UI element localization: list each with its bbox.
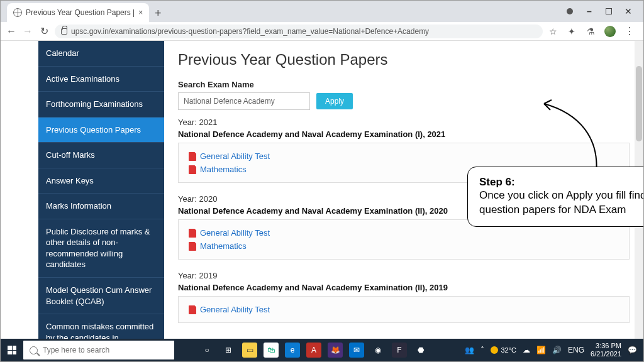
- sun-icon: [491, 346, 498, 354]
- people-icon[interactable]: 👥: [465, 346, 474, 354]
- wifi-icon[interactable]: 📶: [536, 346, 546, 354]
- language-indicator[interactable]: ENG: [568, 346, 584, 354]
- pdf-icon: [189, 305, 196, 314]
- callout-desc: Once you click on Apply you fill find al…: [479, 189, 643, 217]
- chrome-icon[interactable]: ◉: [370, 343, 386, 358]
- pdf-icon: [189, 242, 196, 251]
- result-block-2019: Year: 2019 National Defence Academy and …: [178, 271, 630, 323]
- sidebar-item-answer-keys[interactable]: Answer Keys: [38, 168, 164, 194]
- browser-tab[interactable]: Previous Year Question Papers | ×: [7, 3, 149, 22]
- tab-close-icon[interactable]: ×: [138, 8, 143, 17]
- address-bar: ← → upsc.gov.in/examinations/previous-qu…: [1, 22, 643, 41]
- firefox-icon[interactable]: 🦊: [328, 343, 343, 358]
- sidebar-item-public-disclosure[interactable]: Public Disclosure of marks & other detai…: [38, 219, 164, 278]
- lock-icon: [61, 28, 67, 35]
- onedrive-icon[interactable]: ☁: [523, 346, 530, 354]
- nav-forward-icon: →: [22, 26, 33, 37]
- pdf-icon: [189, 165, 196, 174]
- browser-tab-strip: Previous Year Question Papers | × +: [1, 1, 643, 22]
- paper-link[interactable]: General Ability Test: [189, 226, 619, 239]
- paper-link[interactable]: General Ability Test: [189, 303, 619, 316]
- sidebar-item-active-examinations[interactable]: Active Examinations: [38, 67, 164, 92]
- globe-icon: [13, 8, 22, 17]
- page-title: Previous Year Question Papers: [178, 51, 630, 69]
- taskbar-search[interactable]: Type here to search: [23, 341, 174, 359]
- sidebar-item-calendar[interactable]: Calendar: [38, 41, 164, 67]
- tray-chevron-icon[interactable]: ˄: [480, 346, 484, 354]
- exam-title: National Defence Academy and Naval Acade…: [178, 283, 630, 292]
- sidebar-item-common-mistakes[interactable]: Common mistakes committed by the candida…: [38, 314, 164, 339]
- edge-icon[interactable]: e: [285, 343, 300, 358]
- window-close-icon[interactable]: [623, 6, 633, 16]
- window-maximize-icon[interactable]: [606, 8, 612, 14]
- mail-icon[interactable]: ✉: [349, 343, 364, 358]
- url-text: upsc.gov.in/examinations/previous-questi…: [71, 27, 429, 36]
- taskbar-pinned-apps: ○ ⊞ ▭ 🛍 e A 🦊 ✉ ◉ F ⬣: [199, 343, 428, 358]
- pdf-icon: [189, 229, 196, 238]
- sidebar-item-previous-question-papers[interactable]: Previous Question Papers: [38, 118, 164, 143]
- sidebar-item-forthcoming-examinations[interactable]: Forthcoming Examinations: [38, 92, 164, 118]
- address-input[interactable]: upsc.gov.in/examinations/previous-questi…: [55, 25, 543, 38]
- windows-logo-icon: [8, 346, 16, 354]
- store-icon[interactable]: 🛍: [264, 343, 279, 358]
- taskbar-search-placeholder: Type here to search: [43, 346, 109, 354]
- sidebar-item-marks-information[interactable]: Marks Information: [38, 194, 164, 219]
- window-controls: [557, 1, 643, 22]
- nav-back-icon[interactable]: ←: [6, 26, 17, 37]
- paper-list: General Ability Test: [178, 296, 630, 323]
- year-label: Year: 2019: [178, 271, 630, 280]
- callout-step: Step 6:: [479, 176, 643, 189]
- flask-icon[interactable]: ⚗: [586, 26, 596, 36]
- menu-kebab-icon[interactable]: ⋮: [625, 25, 635, 37]
- apply-button[interactable]: Apply: [316, 93, 353, 109]
- task-view-icon[interactable]: ⊞: [221, 343, 236, 358]
- sidebar-item-model-qcab[interactable]: Model Question Cum Answer Booklet (QCAB): [38, 278, 164, 314]
- figma-icon[interactable]: F: [392, 343, 407, 358]
- file-explorer-icon[interactable]: ▭: [242, 343, 257, 358]
- page-viewport: Calendar Active Examinations Forthcoming…: [1, 41, 643, 339]
- autocad-icon[interactable]: A: [306, 343, 321, 358]
- window-minimize-icon[interactable]: [584, 6, 594, 16]
- search-icon: [30, 346, 38, 354]
- search-exam-input[interactable]: [178, 92, 310, 110]
- sidebar-nav: Calendar Active Examinations Forthcoming…: [38, 41, 164, 339]
- profile-avatar-icon[interactable]: [604, 26, 616, 37]
- star-icon[interactable]: ☆: [548, 26, 558, 36]
- start-button[interactable]: [1, 339, 23, 361]
- windows-taskbar: Type here to search ○ ⊞ ▭ 🛍 e A 🦊 ✉ ◉ F …: [1, 339, 643, 361]
- sidebar-item-cutoff-marks[interactable]: Cut-off Marks: [38, 143, 164, 168]
- cortana-icon[interactable]: ○: [199, 343, 214, 358]
- tab-title: Previous Year Question Papers |: [26, 8, 135, 17]
- paper-link[interactable]: Mathematics: [189, 239, 619, 253]
- taskbar-clock[interactable]: 3:36 PM 6/21/2021: [591, 342, 621, 358]
- system-tray: 👥 ˄ 32°C ☁ 📶 🔊 ENG 3:36 PM 6/21/2021 💬: [465, 342, 643, 358]
- extension-puzzle-icon[interactable]: ✦: [567, 26, 577, 36]
- app-icon[interactable]: ⬣: [413, 343, 428, 358]
- new-tab-button[interactable]: +: [149, 4, 167, 22]
- notifications-icon[interactable]: 💬: [628, 346, 637, 354]
- search-label: Search Exam Name: [178, 80, 630, 89]
- main-content: Previous Year Question Papers Search Exa…: [164, 41, 643, 339]
- tutorial-callout: Step 6: Once you click on Apply you fill…: [467, 167, 643, 227]
- nav-reload-icon[interactable]: [38, 25, 50, 37]
- weather-widget[interactable]: 32°C: [491, 346, 516, 354]
- volume-icon[interactable]: 🔊: [552, 346, 562, 354]
- record-indicator-icon: [567, 8, 573, 14]
- pdf-icon: [189, 152, 196, 161]
